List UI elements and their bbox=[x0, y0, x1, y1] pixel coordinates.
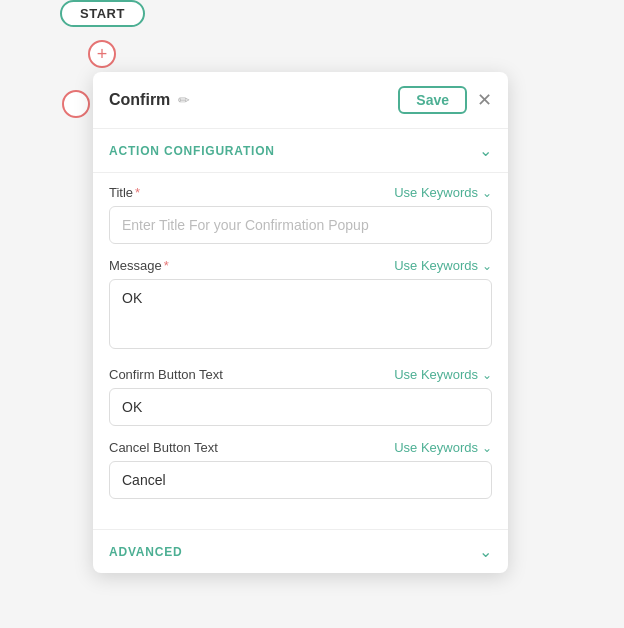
message-use-keywords[interactable]: Use Keywords ⌄ bbox=[394, 258, 492, 273]
action-configuration-title: ACTION CONFIGURATION bbox=[109, 144, 275, 158]
advanced-section-title: ADVANCED bbox=[109, 545, 183, 559]
action-configuration-section-header[interactable]: ACTION CONFIGURATION ⌄ bbox=[93, 129, 508, 172]
cancel-button-text-field-group: Cancel Button Text Use Keywords ⌄ bbox=[109, 440, 492, 499]
edit-icon[interactable]: ✏ bbox=[178, 92, 190, 108]
left-circle-indicator bbox=[62, 90, 90, 118]
confirm-button-text-row: Confirm Button Text Use Keywords ⌄ bbox=[109, 367, 492, 382]
cancel-button-text-input[interactable] bbox=[109, 461, 492, 499]
cancel-button-use-keywords-chevron: ⌄ bbox=[482, 441, 492, 455]
modal-title: Confirm bbox=[109, 91, 170, 109]
modal-header-left: Confirm ✏ bbox=[109, 91, 190, 109]
start-node: START bbox=[60, 0, 145, 27]
title-use-keywords[interactable]: Use Keywords ⌄ bbox=[394, 185, 492, 200]
confirm-modal: Confirm ✏ Save ✕ ACTION CONFIGURATION ⌄ … bbox=[93, 72, 508, 573]
title-field-group: Title* Use Keywords ⌄ bbox=[109, 185, 492, 244]
title-use-keywords-chevron: ⌄ bbox=[482, 186, 492, 200]
title-input[interactable] bbox=[109, 206, 492, 244]
cancel-button-use-keywords[interactable]: Use Keywords ⌄ bbox=[394, 440, 492, 455]
confirm-button-text-label: Confirm Button Text bbox=[109, 367, 223, 382]
advanced-section-header[interactable]: ADVANCED ⌄ bbox=[93, 530, 508, 573]
message-label: Message* bbox=[109, 258, 169, 273]
cancel-button-text-label: Cancel Button Text bbox=[109, 440, 218, 455]
action-configuration-chevron: ⌄ bbox=[479, 141, 492, 160]
canvas: START + Confirm ✏ Save ✕ ACTION CONFIGUR… bbox=[0, 0, 624, 628]
message-field-row: Message* Use Keywords ⌄ bbox=[109, 258, 492, 273]
confirm-button-text-input[interactable] bbox=[109, 388, 492, 426]
modal-header: Confirm ✏ Save ✕ bbox=[93, 72, 508, 129]
modal-header-right: Save ✕ bbox=[398, 86, 492, 114]
close-button[interactable]: ✕ bbox=[477, 91, 492, 109]
add-step-button[interactable]: + bbox=[88, 40, 116, 68]
title-label: Title* bbox=[109, 185, 140, 200]
confirm-button-use-keywords-chevron: ⌄ bbox=[482, 368, 492, 382]
message-use-keywords-chevron: ⌄ bbox=[482, 259, 492, 273]
message-textarea[interactable]: OK bbox=[109, 279, 492, 349]
advanced-chevron: ⌄ bbox=[479, 542, 492, 561]
start-node-label: START bbox=[80, 6, 125, 21]
message-field-group: Message* Use Keywords ⌄ OK bbox=[109, 258, 492, 353]
save-button[interactable]: Save bbox=[398, 86, 467, 114]
title-field-row: Title* Use Keywords ⌄ bbox=[109, 185, 492, 200]
confirm-button-use-keywords[interactable]: Use Keywords ⌄ bbox=[394, 367, 492, 382]
form-content: Title* Use Keywords ⌄ Message* Use Ke bbox=[93, 173, 508, 525]
advanced-section: ADVANCED ⌄ bbox=[93, 529, 508, 573]
cancel-button-text-row: Cancel Button Text Use Keywords ⌄ bbox=[109, 440, 492, 455]
confirm-button-text-field-group: Confirm Button Text Use Keywords ⌄ bbox=[109, 367, 492, 426]
